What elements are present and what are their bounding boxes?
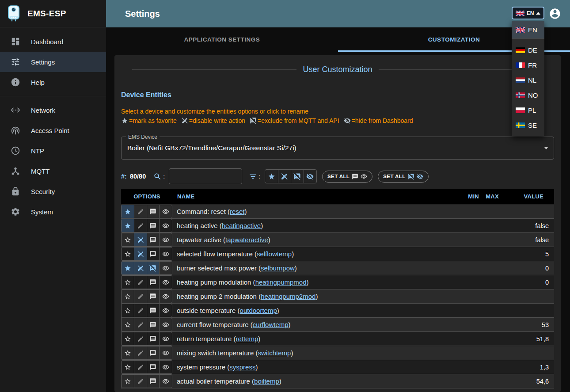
entity-shortname-link[interactable]: heatingpumpmod bbox=[255, 278, 307, 286]
entity-name[interactable]: tapwater active (tapwateractive) bbox=[172, 233, 459, 247]
entity-name[interactable]: current flow temperature (curflowtemp) bbox=[172, 318, 459, 331]
language-selector-button[interactable]: EN bbox=[512, 7, 544, 19]
mqtt-exclude-toggle[interactable] bbox=[147, 361, 160, 373]
favorite-toggle[interactable] bbox=[122, 332, 134, 345]
language-option-pl[interactable]: PL bbox=[512, 103, 544, 118]
mqtt-exclude-toggle[interactable] bbox=[147, 346, 160, 359]
search-input[interactable] bbox=[169, 168, 242, 184]
favorite-toggle[interactable] bbox=[122, 233, 134, 246]
visibility-toggle[interactable] bbox=[159, 375, 172, 388]
filter-toggle-star[interactable] bbox=[265, 170, 278, 183]
entity-shortname-link[interactable]: curflowtemp bbox=[253, 321, 289, 328]
entity-shortname-link[interactable]: boiltemp bbox=[254, 377, 279, 385]
sidebar-item-ntp[interactable]: NTP bbox=[0, 141, 106, 161]
set-all-hidden-button[interactable]: SET ALL bbox=[378, 171, 428, 183]
mqtt-exclude-toggle[interactable] bbox=[147, 262, 160, 274]
visibility-toggle[interactable] bbox=[159, 219, 172, 232]
entity-name[interactable]: outside temperature (outdoortemp) bbox=[172, 304, 459, 317]
favorite-toggle[interactable] bbox=[122, 361, 134, 373]
favorite-toggle[interactable] bbox=[122, 346, 134, 359]
mqtt-exclude-toggle[interactable] bbox=[147, 205, 160, 218]
language-option-no[interactable]: NO bbox=[512, 88, 544, 103]
language-option-nl[interactable]: NL bbox=[512, 72, 544, 88]
entity-name[interactable]: burner selected max power (selburnpow) bbox=[172, 261, 459, 275]
account-circle-icon[interactable] bbox=[549, 8, 561, 20]
write-toggle[interactable] bbox=[134, 219, 147, 232]
sidebar-item-settings[interactable]: Settings bbox=[0, 52, 106, 72]
entity-shortname-link[interactable]: tapwateractive bbox=[225, 236, 268, 244]
entity-shortname-link[interactable]: rettemp bbox=[236, 335, 258, 343]
mqtt-exclude-toggle[interactable] bbox=[147, 290, 160, 303]
visibility-toggle[interactable] bbox=[159, 233, 172, 246]
write-toggle[interactable] bbox=[134, 346, 147, 359]
entity-name[interactable]: system pressure (syspress) bbox=[172, 360, 459, 374]
write-toggle[interactable] bbox=[134, 233, 147, 246]
entity-name[interactable]: return temperature (rettemp) bbox=[172, 332, 459, 346]
sidebar-item-help[interactable]: Help bbox=[0, 72, 106, 92]
entity-name[interactable]: mixing switch temperature (switchtemp) bbox=[172, 346, 459, 360]
visibility-toggle[interactable] bbox=[159, 304, 172, 317]
write-toggle[interactable] bbox=[134, 375, 147, 388]
entity-name[interactable]: heating pump modulation (heatingpumpmod) bbox=[172, 275, 459, 289]
sidebar-item-security[interactable]: Security bbox=[0, 181, 106, 202]
favorite-toggle[interactable] bbox=[122, 219, 134, 232]
mqtt-exclude-toggle[interactable] bbox=[147, 219, 160, 232]
set-all-visible-button[interactable]: SET ALL bbox=[322, 171, 372, 183]
tab-application-settings[interactable]: APPLICATION SETTINGS bbox=[106, 27, 338, 52]
filter-toggle-pencil-off[interactable] bbox=[278, 170, 291, 183]
sidebar-item-system[interactable]: System bbox=[0, 202, 106, 222]
entity-shortname-link[interactable]: heatingpump2mod bbox=[261, 293, 315, 300]
mqtt-exclude-toggle[interactable] bbox=[147, 318, 160, 331]
language-option-de[interactable]: DE bbox=[512, 42, 544, 57]
favorite-toggle[interactable] bbox=[122, 247, 134, 260]
sidebar-item-dashboard[interactable]: Dashboard bbox=[0, 31, 106, 52]
mqtt-exclude-toggle[interactable] bbox=[147, 233, 160, 246]
entity-shortname-link[interactable]: selflowtemp bbox=[257, 250, 292, 258]
write-toggle[interactable] bbox=[134, 262, 147, 274]
ems-device-select[interactable]: EMS Device Boiler (Nefit GBx72/Trendline… bbox=[121, 137, 554, 160]
sidebar-item-mqtt[interactable]: MQTT bbox=[0, 161, 106, 181]
entity-shortname-link[interactable]: syspress bbox=[229, 363, 255, 371]
visibility-toggle[interactable] bbox=[159, 290, 172, 303]
language-option-en[interactable]: EN bbox=[512, 21, 544, 38]
sidebar-item-network[interactable]: Network bbox=[0, 100, 106, 120]
visibility-toggle[interactable] bbox=[159, 247, 172, 260]
filter-toggle-eye-off[interactable] bbox=[304, 170, 316, 183]
entity-name[interactable]: heating pump 2 modulation (heatingpump2m… bbox=[172, 289, 459, 303]
visibility-toggle[interactable] bbox=[159, 318, 172, 331]
write-toggle[interactable] bbox=[134, 332, 147, 345]
visibility-toggle[interactable] bbox=[159, 346, 172, 359]
filter-toggle-chat-off[interactable] bbox=[291, 170, 304, 183]
write-toggle[interactable] bbox=[134, 290, 147, 303]
visibility-toggle[interactable] bbox=[159, 205, 172, 218]
favorite-toggle[interactable] bbox=[122, 375, 134, 388]
visibility-toggle[interactable] bbox=[159, 262, 172, 274]
language-option-se[interactable]: SE bbox=[512, 118, 544, 133]
mqtt-exclude-toggle[interactable] bbox=[147, 247, 160, 260]
mqtt-exclude-toggle[interactable] bbox=[147, 332, 160, 345]
entity-shortname-link[interactable]: selburnpow bbox=[261, 264, 295, 272]
write-toggle[interactable] bbox=[134, 205, 147, 218]
entity-name[interactable]: Command: reset (reset) bbox=[172, 205, 459, 218]
mqtt-exclude-toggle[interactable] bbox=[147, 304, 160, 317]
entity-shortname-link[interactable]: reset bbox=[230, 208, 244, 215]
visibility-toggle[interactable] bbox=[159, 332, 172, 345]
favorite-toggle[interactable] bbox=[122, 290, 134, 303]
write-toggle[interactable] bbox=[134, 247, 147, 260]
language-option-fr[interactable]: FR bbox=[512, 57, 544, 72]
visibility-toggle[interactable] bbox=[159, 361, 172, 373]
entity-shortname-link[interactable]: outdoortemp bbox=[240, 307, 277, 314]
write-toggle[interactable] bbox=[134, 304, 147, 317]
entity-name[interactable]: selected flow temperature (selflowtemp) bbox=[172, 247, 459, 261]
favorite-toggle[interactable] bbox=[122, 205, 134, 218]
entity-name[interactable]: heating active (heatingactive) bbox=[172, 219, 459, 232]
sidebar-item-access-point[interactable]: Access Point bbox=[0, 120, 106, 141]
mqtt-exclude-toggle[interactable] bbox=[147, 375, 160, 388]
entity-shortname-link[interactable]: switchtemp bbox=[258, 349, 291, 357]
favorite-toggle[interactable] bbox=[122, 318, 134, 331]
visibility-toggle[interactable] bbox=[159, 276, 172, 289]
entity-name[interactable]: actual boiler temperature (boiltemp) bbox=[172, 374, 459, 388]
entity-shortname-link[interactable]: heatingactive bbox=[222, 222, 261, 229]
write-toggle[interactable] bbox=[134, 361, 147, 373]
write-toggle[interactable] bbox=[134, 276, 147, 289]
